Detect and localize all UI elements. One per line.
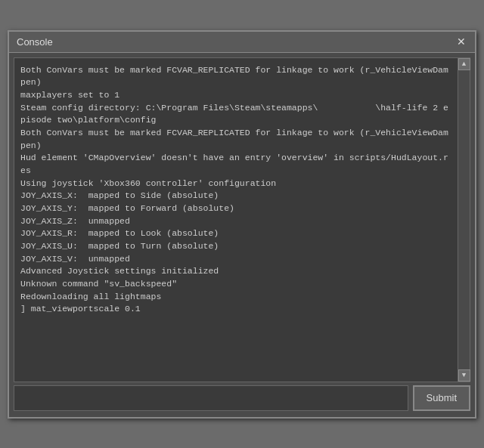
window-title: Console — [17, 36, 53, 48]
scroll-track — [458, 70, 470, 369]
console-output-wrapper: Both ConVars must be marked FCVAR_REPLIC… — [14, 57, 470, 382]
console-window: Console ✕ Both ConVars must be marked FC… — [8, 30, 476, 419]
submit-button[interactable]: Submit — [413, 385, 470, 411]
scrollbar: ▲ ▼ — [458, 58, 470, 382]
input-row: Submit — [14, 385, 470, 411]
scroll-down-button[interactable]: ▼ — [458, 369, 470, 382]
title-bar: Console ✕ — [9, 32, 475, 53]
console-output: Both ConVars must be marked FCVAR_REPLIC… — [14, 58, 458, 382]
scroll-up-button[interactable]: ▲ — [458, 58, 470, 70]
console-input[interactable] — [14, 385, 408, 411]
close-button[interactable]: ✕ — [455, 36, 467, 47]
